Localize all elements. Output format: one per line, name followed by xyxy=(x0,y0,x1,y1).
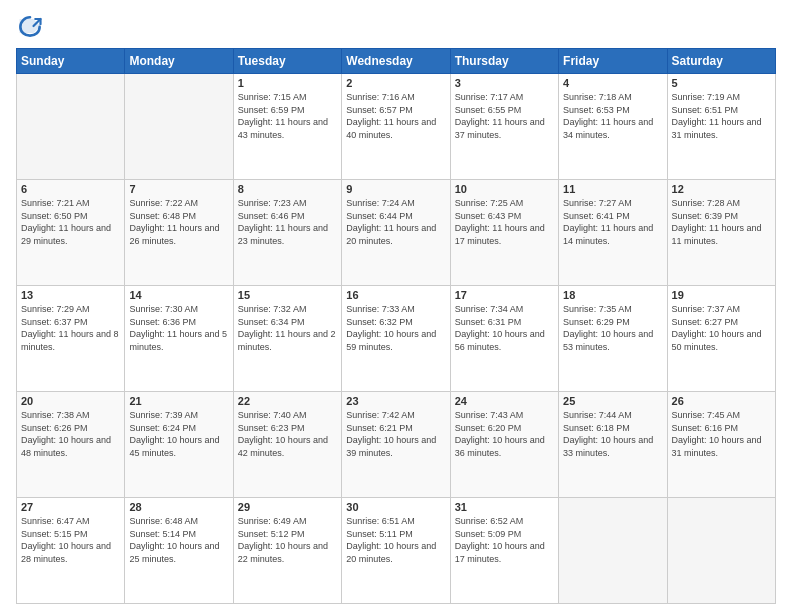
day-number: 21 xyxy=(129,395,228,407)
col-monday: Monday xyxy=(125,49,233,74)
day-number: 6 xyxy=(21,183,120,195)
day-number: 31 xyxy=(455,501,554,513)
calendar-day-cell: 15Sunrise: 7:32 AMSunset: 6:34 PMDayligh… xyxy=(233,286,341,392)
day-info: Sunrise: 7:22 AMSunset: 6:48 PMDaylight:… xyxy=(129,197,228,247)
day-info: Sunrise: 7:30 AMSunset: 6:36 PMDaylight:… xyxy=(129,303,228,353)
day-number: 8 xyxy=(238,183,337,195)
day-number: 27 xyxy=(21,501,120,513)
calendar-day-cell: 3Sunrise: 7:17 AMSunset: 6:55 PMDaylight… xyxy=(450,74,558,180)
calendar-week-row: 13Sunrise: 7:29 AMSunset: 6:37 PMDayligh… xyxy=(17,286,776,392)
calendar-week-row: 1Sunrise: 7:15 AMSunset: 6:59 PMDaylight… xyxy=(17,74,776,180)
col-tuesday: Tuesday xyxy=(233,49,341,74)
calendar-day-cell: 1Sunrise: 7:15 AMSunset: 6:59 PMDaylight… xyxy=(233,74,341,180)
calendar-day-cell xyxy=(559,498,667,604)
day-info: Sunrise: 6:51 AMSunset: 5:11 PMDaylight:… xyxy=(346,515,445,565)
day-info: Sunrise: 7:37 AMSunset: 6:27 PMDaylight:… xyxy=(672,303,771,353)
day-number: 16 xyxy=(346,289,445,301)
day-info: Sunrise: 7:28 AMSunset: 6:39 PMDaylight:… xyxy=(672,197,771,247)
calendar-day-cell: 16Sunrise: 7:33 AMSunset: 6:32 PMDayligh… xyxy=(342,286,450,392)
col-sunday: Sunday xyxy=(17,49,125,74)
calendar-day-cell: 18Sunrise: 7:35 AMSunset: 6:29 PMDayligh… xyxy=(559,286,667,392)
col-thursday: Thursday xyxy=(450,49,558,74)
calendar-day-cell: 19Sunrise: 7:37 AMSunset: 6:27 PMDayligh… xyxy=(667,286,775,392)
day-info: Sunrise: 7:15 AMSunset: 6:59 PMDaylight:… xyxy=(238,91,337,141)
day-info: Sunrise: 7:29 AMSunset: 6:37 PMDaylight:… xyxy=(21,303,120,353)
day-number: 5 xyxy=(672,77,771,89)
day-number: 22 xyxy=(238,395,337,407)
day-info: Sunrise: 7:43 AMSunset: 6:20 PMDaylight:… xyxy=(455,409,554,459)
day-number: 12 xyxy=(672,183,771,195)
day-info: Sunrise: 7:39 AMSunset: 6:24 PMDaylight:… xyxy=(129,409,228,459)
day-number: 18 xyxy=(563,289,662,301)
calendar-day-cell: 26Sunrise: 7:45 AMSunset: 6:16 PMDayligh… xyxy=(667,392,775,498)
calendar-day-cell: 14Sunrise: 7:30 AMSunset: 6:36 PMDayligh… xyxy=(125,286,233,392)
day-info: Sunrise: 6:48 AMSunset: 5:14 PMDaylight:… xyxy=(129,515,228,565)
day-number: 15 xyxy=(238,289,337,301)
logo-icon xyxy=(16,12,44,40)
day-info: Sunrise: 7:35 AMSunset: 6:29 PMDaylight:… xyxy=(563,303,662,353)
day-number: 14 xyxy=(129,289,228,301)
col-wednesday: Wednesday xyxy=(342,49,450,74)
day-info: Sunrise: 7:32 AMSunset: 6:34 PMDaylight:… xyxy=(238,303,337,353)
header xyxy=(16,12,776,40)
calendar-day-cell: 31Sunrise: 6:52 AMSunset: 5:09 PMDayligh… xyxy=(450,498,558,604)
day-info: Sunrise: 6:47 AMSunset: 5:15 PMDaylight:… xyxy=(21,515,120,565)
calendar-day-cell: 7Sunrise: 7:22 AMSunset: 6:48 PMDaylight… xyxy=(125,180,233,286)
day-number: 19 xyxy=(672,289,771,301)
day-info: Sunrise: 7:24 AMSunset: 6:44 PMDaylight:… xyxy=(346,197,445,247)
day-info: Sunrise: 7:42 AMSunset: 6:21 PMDaylight:… xyxy=(346,409,445,459)
day-info: Sunrise: 7:27 AMSunset: 6:41 PMDaylight:… xyxy=(563,197,662,247)
day-number: 20 xyxy=(21,395,120,407)
day-number: 30 xyxy=(346,501,445,513)
calendar-day-cell: 23Sunrise: 7:42 AMSunset: 6:21 PMDayligh… xyxy=(342,392,450,498)
day-number: 11 xyxy=(563,183,662,195)
day-info: Sunrise: 7:16 AMSunset: 6:57 PMDaylight:… xyxy=(346,91,445,141)
day-number: 3 xyxy=(455,77,554,89)
day-number: 28 xyxy=(129,501,228,513)
calendar-day-cell: 28Sunrise: 6:48 AMSunset: 5:14 PMDayligh… xyxy=(125,498,233,604)
day-number: 9 xyxy=(346,183,445,195)
day-number: 23 xyxy=(346,395,445,407)
day-number: 7 xyxy=(129,183,228,195)
day-number: 26 xyxy=(672,395,771,407)
calendar-day-cell: 2Sunrise: 7:16 AMSunset: 6:57 PMDaylight… xyxy=(342,74,450,180)
calendar-day-cell: 21Sunrise: 7:39 AMSunset: 6:24 PMDayligh… xyxy=(125,392,233,498)
calendar-day-cell: 25Sunrise: 7:44 AMSunset: 6:18 PMDayligh… xyxy=(559,392,667,498)
day-number: 17 xyxy=(455,289,554,301)
calendar-day-cell: 9Sunrise: 7:24 AMSunset: 6:44 PMDaylight… xyxy=(342,180,450,286)
day-number: 2 xyxy=(346,77,445,89)
calendar-day-cell xyxy=(125,74,233,180)
calendar-week-row: 20Sunrise: 7:38 AMSunset: 6:26 PMDayligh… xyxy=(17,392,776,498)
day-info: Sunrise: 7:21 AMSunset: 6:50 PMDaylight:… xyxy=(21,197,120,247)
calendar-day-cell xyxy=(667,498,775,604)
calendar-table: Sunday Monday Tuesday Wednesday Thursday… xyxy=(16,48,776,604)
calendar-day-cell: 22Sunrise: 7:40 AMSunset: 6:23 PMDayligh… xyxy=(233,392,341,498)
day-info: Sunrise: 7:45 AMSunset: 6:16 PMDaylight:… xyxy=(672,409,771,459)
calendar-day-cell: 4Sunrise: 7:18 AMSunset: 6:53 PMDaylight… xyxy=(559,74,667,180)
day-number: 1 xyxy=(238,77,337,89)
day-number: 29 xyxy=(238,501,337,513)
day-info: Sunrise: 7:33 AMSunset: 6:32 PMDaylight:… xyxy=(346,303,445,353)
calendar-day-cell xyxy=(17,74,125,180)
col-friday: Friday xyxy=(559,49,667,74)
day-info: Sunrise: 7:40 AMSunset: 6:23 PMDaylight:… xyxy=(238,409,337,459)
day-info: Sunrise: 7:34 AMSunset: 6:31 PMDaylight:… xyxy=(455,303,554,353)
day-info: Sunrise: 7:38 AMSunset: 6:26 PMDaylight:… xyxy=(21,409,120,459)
day-info: Sunrise: 7:25 AMSunset: 6:43 PMDaylight:… xyxy=(455,197,554,247)
day-number: 25 xyxy=(563,395,662,407)
page-container: Sunday Monday Tuesday Wednesday Thursday… xyxy=(0,0,792,612)
day-info: Sunrise: 7:19 AMSunset: 6:51 PMDaylight:… xyxy=(672,91,771,141)
calendar-day-cell: 5Sunrise: 7:19 AMSunset: 6:51 PMDaylight… xyxy=(667,74,775,180)
calendar-day-cell: 6Sunrise: 7:21 AMSunset: 6:50 PMDaylight… xyxy=(17,180,125,286)
calendar-day-cell: 24Sunrise: 7:43 AMSunset: 6:20 PMDayligh… xyxy=(450,392,558,498)
calendar-day-cell: 29Sunrise: 6:49 AMSunset: 5:12 PMDayligh… xyxy=(233,498,341,604)
calendar-day-cell: 30Sunrise: 6:51 AMSunset: 5:11 PMDayligh… xyxy=(342,498,450,604)
calendar-day-cell: 17Sunrise: 7:34 AMSunset: 6:31 PMDayligh… xyxy=(450,286,558,392)
calendar-week-row: 27Sunrise: 6:47 AMSunset: 5:15 PMDayligh… xyxy=(17,498,776,604)
calendar-day-cell: 12Sunrise: 7:28 AMSunset: 6:39 PMDayligh… xyxy=(667,180,775,286)
calendar-day-cell: 27Sunrise: 6:47 AMSunset: 5:15 PMDayligh… xyxy=(17,498,125,604)
calendar-day-cell: 8Sunrise: 7:23 AMSunset: 6:46 PMDaylight… xyxy=(233,180,341,286)
calendar-day-cell: 20Sunrise: 7:38 AMSunset: 6:26 PMDayligh… xyxy=(17,392,125,498)
day-number: 10 xyxy=(455,183,554,195)
day-info: Sunrise: 7:44 AMSunset: 6:18 PMDaylight:… xyxy=(563,409,662,459)
